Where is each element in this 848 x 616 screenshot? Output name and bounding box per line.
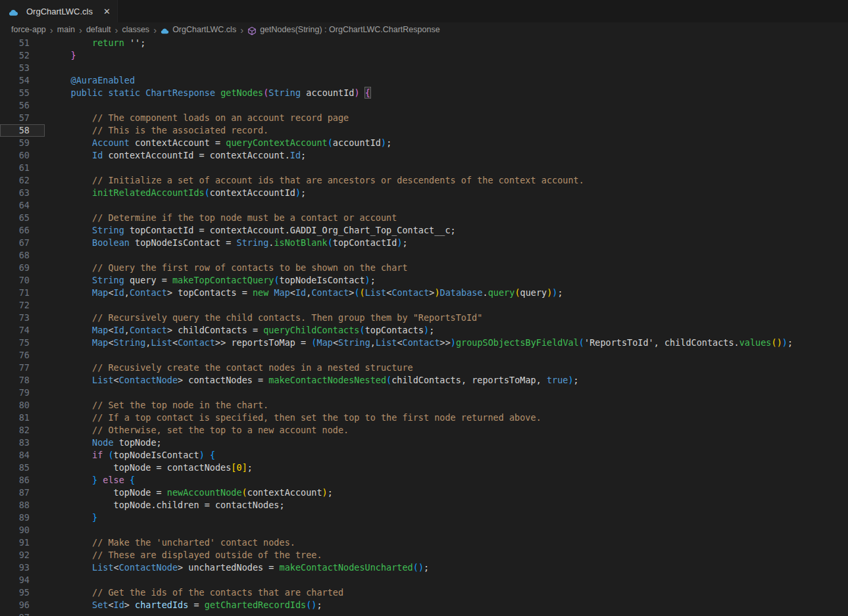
code-line[interactable]: 74 Map<Id,Contact> childContacts = query… bbox=[0, 324, 848, 337]
code-line[interactable]: 67 Boolean topNodeIsContact = String.isN… bbox=[0, 237, 848, 249]
code-line[interactable]: 61 bbox=[0, 162, 848, 174]
code-line[interactable]: 88 topNode.children = contactNodes; bbox=[0, 499, 848, 511]
line-number[interactable]: 52 bbox=[0, 49, 45, 62]
code-line[interactable]: 97 bbox=[0, 611, 848, 616]
code-line[interactable]: 75 Map<String,List<Contact>> reportsToMa… bbox=[0, 337, 848, 349]
line-number[interactable]: 75 bbox=[0, 337, 45, 349]
line-number[interactable]: 72 bbox=[0, 299, 45, 312]
line-number[interactable]: 59 bbox=[0, 137, 45, 149]
code-line[interactable]: 53 bbox=[0, 62, 848, 74]
code-line[interactable]: 95 // Get the ids of the contacts that a… bbox=[0, 586, 848, 599]
code-line[interactable]: 56 bbox=[0, 99, 848, 112]
code-line[interactable]: 81 // If a top contact is specified, the… bbox=[0, 412, 848, 424]
close-icon[interactable]: ✕ bbox=[103, 7, 111, 16]
line-number[interactable]: 93 bbox=[0, 561, 45, 574]
code-line[interactable]: 58 // This is the associated record. bbox=[0, 124, 848, 137]
line-number[interactable]: 84 bbox=[0, 449, 45, 462]
code-line[interactable]: 90 bbox=[0, 524, 848, 536]
line-number[interactable]: 92 bbox=[0, 549, 45, 561]
breadcrumb-item-symbol[interactable]: getNodes(String) : OrgChartLWC.ChartResp… bbox=[260, 25, 440, 34]
code-line[interactable]: 51 return ''; bbox=[0, 37, 848, 49]
code-line[interactable]: 71 Map<Id,Contact> topContacts = new Map… bbox=[0, 287, 848, 299]
line-number[interactable]: 77 bbox=[0, 362, 45, 374]
code-line[interactable]: 55 public static ChartResponse getNodes(… bbox=[0, 87, 848, 99]
breadcrumb-item-file[interactable]: OrgChartLWC.cls bbox=[172, 25, 236, 34]
line-number[interactable]: 70 bbox=[0, 274, 45, 287]
code-line[interactable]: 85 topNode = contactNodes[0]; bbox=[0, 462, 848, 474]
line-number[interactable]: 85 bbox=[0, 462, 45, 474]
code-line[interactable]: 77 // Recusively create the contact node… bbox=[0, 362, 848, 374]
line-number[interactable]: 65 bbox=[0, 212, 45, 224]
code-line[interactable]: 70 String query = makeTopContactQuery(to… bbox=[0, 274, 848, 287]
line-number[interactable]: 82 bbox=[0, 424, 45, 437]
line-number[interactable]: 64 bbox=[0, 199, 45, 212]
code-line[interactable]: 68 bbox=[0, 249, 848, 262]
line-number[interactable]: 71 bbox=[0, 287, 45, 299]
code-line[interactable]: 93 List<ContactNode> unchartedNodes = ma… bbox=[0, 561, 848, 574]
code-line[interactable]: 65 // Determine if the top node must be … bbox=[0, 212, 848, 224]
line-number[interactable]: 62 bbox=[0, 174, 45, 187]
code-line[interactable]: 52 } bbox=[0, 49, 848, 62]
line-number[interactable]: 55 bbox=[0, 87, 45, 99]
code-line[interactable]: 69 // Query the first row of contacts to… bbox=[0, 262, 848, 274]
code-line[interactable]: 63 initRelatedAccountIds(contextAccountI… bbox=[0, 187, 848, 199]
line-number[interactable]: 54 bbox=[0, 74, 45, 87]
code-line[interactable]: 96 Set<Id> chartedIds = getChartedRecord… bbox=[0, 599, 848, 611]
line-number[interactable]: 76 bbox=[0, 349, 45, 362]
line-number[interactable]: 90 bbox=[0, 524, 45, 536]
line-number[interactable]: 56 bbox=[0, 99, 45, 112]
code-line[interactable]: 66 String topContactId = contextAccount.… bbox=[0, 224, 848, 237]
code-line[interactable]: 76 bbox=[0, 349, 848, 362]
code-line[interactable]: 59 Account contextAccount = queryContext… bbox=[0, 137, 848, 149]
code-line[interactable]: 73 // Recursively query the child contac… bbox=[0, 312, 848, 324]
line-number[interactable]: 97 bbox=[0, 611, 45, 616]
code-line[interactable]: 84 if (topNodeIsContact) { bbox=[0, 449, 848, 462]
line-number[interactable]: 74 bbox=[0, 324, 45, 337]
code-line[interactable]: 86 } else { bbox=[0, 474, 848, 486]
code-line[interactable]: 82 // Otherwise, set the top to a new ac… bbox=[0, 424, 848, 437]
line-number[interactable]: 80 bbox=[0, 399, 45, 412]
line-number[interactable]: 67 bbox=[0, 237, 45, 249]
line-number[interactable]: 58 bbox=[0, 124, 45, 137]
code-editor[interactable]: 51 return '';52 }5354 @AuraEnabled55 pub… bbox=[0, 37, 848, 616]
line-number[interactable]: 87 bbox=[0, 486, 45, 499]
line-number[interactable]: 96 bbox=[0, 599, 45, 611]
line-number[interactable]: 79 bbox=[0, 387, 45, 399]
line-number[interactable]: 78 bbox=[0, 374, 45, 387]
code-line[interactable]: 62 // Initialize a set of account ids th… bbox=[0, 174, 848, 187]
code-line[interactable]: 60 Id contextAccountId = contextAccount.… bbox=[0, 149, 848, 162]
line-number[interactable]: 69 bbox=[0, 262, 45, 274]
line-number[interactable]: 83 bbox=[0, 437, 45, 449]
breadcrumb-item-main[interactable]: main bbox=[57, 25, 75, 34]
line-number[interactable]: 94 bbox=[0, 574, 45, 586]
line-number[interactable]: 81 bbox=[0, 412, 45, 424]
code-line[interactable]: 72 bbox=[0, 299, 848, 312]
code-line[interactable]: 94 bbox=[0, 574, 848, 586]
code-line[interactable]: 89 } bbox=[0, 511, 848, 524]
line-number[interactable]: 89 bbox=[0, 511, 45, 524]
code-line[interactable]: 83 Node topNode; bbox=[0, 437, 848, 449]
breadcrumb-item-classes[interactable]: classes bbox=[122, 25, 149, 34]
line-number[interactable]: 86 bbox=[0, 474, 45, 486]
code-line[interactable]: 91 // Make the 'uncharted' contact nodes… bbox=[0, 536, 848, 549]
code-line[interactable]: 78 List<ContactNode> contactNodes = make… bbox=[0, 374, 848, 387]
tab-orgchartlwc[interactable]: OrgChartLWC.cls ✕ bbox=[0, 0, 118, 22]
line-number[interactable]: 91 bbox=[0, 536, 45, 549]
code-line[interactable]: 57 // The component loads on an account … bbox=[0, 112, 848, 124]
breadcrumb-item-force-app[interactable]: force-app bbox=[11, 25, 46, 34]
line-number[interactable]: 51 bbox=[0, 37, 45, 49]
code-line[interactable]: 79 bbox=[0, 387, 848, 399]
line-number[interactable]: 57 bbox=[0, 112, 45, 124]
line-number[interactable]: 95 bbox=[0, 586, 45, 599]
line-number[interactable]: 53 bbox=[0, 62, 45, 74]
code-line[interactable]: 80 // Set the top node in the chart. bbox=[0, 399, 848, 412]
code-line[interactable]: 87 topNode = newAccountNode(contextAccou… bbox=[0, 486, 848, 499]
line-number[interactable]: 68 bbox=[0, 249, 45, 262]
line-number[interactable]: 63 bbox=[0, 187, 45, 199]
line-number[interactable]: 88 bbox=[0, 499, 45, 511]
code-line[interactable]: 54 @AuraEnabled bbox=[0, 74, 848, 87]
line-number[interactable]: 66 bbox=[0, 224, 45, 237]
breadcrumb-item-default[interactable]: default bbox=[86, 25, 111, 34]
code-line[interactable]: 92 // These are displayed outside of the… bbox=[0, 549, 848, 561]
line-number[interactable]: 60 bbox=[0, 149, 45, 162]
